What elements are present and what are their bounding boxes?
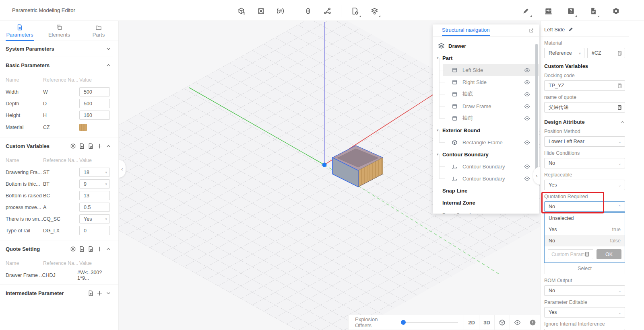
docking-code-input[interactable]: TP_YZ xyxy=(544,80,625,91)
section-custom-variables[interactable]: Custom Variables xyxy=(6,137,113,154)
doc-star-icon[interactable] xyxy=(77,142,86,150)
chevron-up-icon[interactable] xyxy=(104,61,113,69)
calculator-icon[interactable] xyxy=(617,105,622,110)
tree-group-door-opening[interactable]: Door Opening xyxy=(433,209,539,214)
eye-icon[interactable] xyxy=(524,115,530,121)
add-variable-icon[interactable] xyxy=(95,142,104,150)
tree-item-drawer-front[interactable]: 抽前 xyxy=(443,112,539,124)
nav-scrollbar[interactable] xyxy=(535,44,538,172)
eye-icon[interactable] xyxy=(524,163,530,170)
tree-item-contour-boundary-1[interactable]: Contour Boundary xyxy=(443,160,539,172)
view-2d-button[interactable]: 2D xyxy=(464,315,479,330)
origin-point[interactable] xyxy=(322,163,327,167)
design-attribute-header[interactable]: Design Attribute xyxy=(544,119,625,125)
option-unselected[interactable]: Unselected xyxy=(545,213,625,224)
ok-button[interactable]: OK xyxy=(597,249,621,259)
tree-item-left-side[interactable]: Left Side xyxy=(443,64,539,76)
chevron-up-icon[interactable] xyxy=(104,142,113,150)
document-gear-icon[interactable] xyxy=(349,5,361,17)
tree-item-draw-frame[interactable]: Draw Frame xyxy=(443,100,539,112)
dglx-input[interactable]: 0 xyxy=(79,226,110,235)
chevron-up-icon[interactable] xyxy=(104,245,113,253)
custom-parameters-input[interactable] xyxy=(551,252,584,257)
rename-pencil-icon[interactable] xyxy=(568,27,574,32)
option-no[interactable]: No false xyxy=(545,235,625,246)
st-select[interactable]: 18▾ xyxy=(79,168,110,177)
swap-arrows-icon[interactable] xyxy=(274,5,286,17)
pencil-edit-icon[interactable] xyxy=(520,5,532,17)
eye-icon[interactable] xyxy=(524,79,530,85)
cross-box-icon[interactable] xyxy=(255,5,267,17)
warning-icon[interactable] xyxy=(525,315,540,330)
nav-title[interactable]: Structural navigation xyxy=(442,27,490,33)
replaceable-select[interactable]: Yes⌄ xyxy=(544,180,625,190)
collapse-triangle-icon[interactable]: ▾ xyxy=(437,128,440,132)
eye-icon[interactable] xyxy=(524,175,530,182)
add-quote-icon[interactable] xyxy=(95,245,104,253)
branch-nodes-icon[interactable] xyxy=(321,5,333,17)
calculator-icon[interactable] xyxy=(584,252,590,257)
tab-elements[interactable]: Elements xyxy=(39,21,79,41)
doc-star-icon[interactable] xyxy=(77,245,86,253)
section-quote-setting[interactable]: Quote Setting xyxy=(6,240,113,257)
add-intermediate-icon[interactable] xyxy=(95,289,104,297)
name-of-quote-input[interactable]: 父层传递 xyxy=(544,102,625,113)
tab-parts[interactable]: Parts xyxy=(79,21,118,41)
settings-gear-icon[interactable] xyxy=(68,142,77,150)
cube-config-icon[interactable] xyxy=(235,5,248,17)
chevron-down-icon[interactable] xyxy=(104,289,113,297)
view-3d-button[interactable]: 3D xyxy=(479,315,494,330)
parameter-editable-select[interactable]: Yes⌄ xyxy=(544,307,625,318)
link-clip-icon[interactable] xyxy=(302,5,314,17)
calculator-icon[interactable] xyxy=(617,51,622,56)
tree-item-right-side[interactable]: Right Side xyxy=(443,76,539,88)
tab-parameters[interactable]: Parameters xyxy=(0,21,39,41)
slider-handle[interactable] xyxy=(401,320,406,325)
bc-input[interactable]: 13 xyxy=(79,191,110,200)
monitor-activity-icon[interactable] xyxy=(542,5,554,17)
option-yes[interactable]: Yes true xyxy=(545,224,625,235)
material-swatch[interactable] xyxy=(79,124,87,131)
bt-select[interactable]: 9▾ xyxy=(79,179,110,189)
material-type-select[interactable]: Reference▾ xyxy=(544,48,584,58)
quotation-required-select[interactable]: No⌃ xyxy=(544,201,625,212)
drawer-model[interactable] xyxy=(332,146,383,187)
doc-circle-icon[interactable] xyxy=(86,245,95,253)
tree-group-contour-boundary[interactable]: ▾ Contour Boundary xyxy=(433,148,539,160)
tree-group-part[interactable]: ▾ Part xyxy=(433,52,539,64)
bom-output-select[interactable]: No⌄ xyxy=(544,285,625,296)
calculator-icon[interactable] xyxy=(617,83,622,88)
tree-item-contour-boundary-2[interactable]: Contour Boundary xyxy=(443,172,539,184)
eye-icon[interactable] xyxy=(524,103,530,109)
height-input[interactable]: 160 xyxy=(79,111,110,120)
settings-gear-icon[interactable] xyxy=(68,245,77,253)
section-basic-parameters[interactable]: Basic Parameters xyxy=(6,57,113,73)
help-icon[interactable] xyxy=(565,5,577,17)
a-input[interactable]: 0.5 xyxy=(79,203,110,212)
collapse-right-panel-handle[interactable]: › xyxy=(533,167,540,184)
eye-icon[interactable] xyxy=(524,91,530,97)
collapse-triangle-icon[interactable]: ▾ xyxy=(437,56,440,60)
chevron-up-icon[interactable] xyxy=(620,119,625,125)
material-value-input[interactable]: #CZ xyxy=(587,48,625,58)
select-row[interactable]: Select xyxy=(544,263,625,274)
doc-star-icon[interactable] xyxy=(86,289,95,297)
cqsc-select[interactable]: Yes▾ xyxy=(79,214,110,223)
layers-pin-icon[interactable] xyxy=(368,5,380,17)
popout-icon[interactable] xyxy=(528,27,534,33)
depth-input[interactable]: 500 xyxy=(79,99,110,108)
collapse-triangle-icon[interactable]: ▾ xyxy=(437,152,440,156)
visibility-eye-icon[interactable] xyxy=(510,315,525,330)
width-input[interactable]: 500 xyxy=(79,87,110,96)
position-method-select[interactable]: Lower Left Rear⌄ xyxy=(544,136,625,147)
tree-group-exterior-bound[interactable]: ▾ Exterior Bound xyxy=(433,124,539,136)
hide-conditions-select[interactable]: No⌄ xyxy=(544,158,625,168)
section-system-parameters[interactable]: System Parameters xyxy=(6,41,113,57)
settings-nut-icon[interactable] xyxy=(610,5,622,17)
tree-node-drawer[interactable]: Drawer xyxy=(433,40,539,52)
tree-item-rectangle-frame[interactable]: Rectangle Frame xyxy=(443,136,539,148)
explosion-offsets-slider[interactable] xyxy=(401,322,458,323)
tree-group-snap-line[interactable]: Snap Line xyxy=(433,184,539,197)
tree-item-drawer-bottom[interactable]: 抽底 xyxy=(443,88,539,100)
eye-icon[interactable] xyxy=(524,139,530,146)
